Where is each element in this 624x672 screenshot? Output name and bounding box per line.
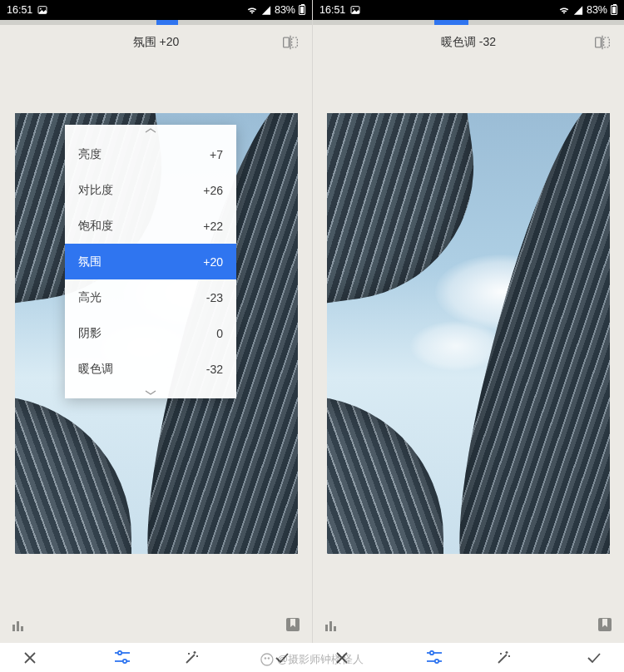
popup-item-value: +26 (203, 184, 223, 197)
adjustment-label: 暖色调 -32 (441, 35, 496, 50)
popup-row-ambiance[interactable]: 氛围 +20 (65, 244, 236, 279)
picture-icon (37, 6, 47, 14)
battery-pct: 83% (587, 4, 607, 16)
svg-point-10 (353, 8, 354, 10)
popup-item-label: 对比度 (78, 183, 113, 198)
svg-rect-6 (17, 621, 19, 631)
wifi-icon (246, 6, 258, 15)
adjustment-row: 暖色调 -32 (313, 25, 624, 60)
tool-row (0, 606, 312, 643)
canvas[interactable] (313, 60, 624, 606)
sliders-icon[interactable] (426, 650, 443, 665)
canvas[interactable]: 亮度 +7 对比度 +26 饱和度 +22 氛围 +20 高光 -23 (0, 60, 312, 606)
popup-item-label: 饱和度 (78, 219, 113, 234)
popup-row-saturation[interactable]: 饱和度 +22 (65, 208, 236, 244)
cancel-button[interactable] (329, 651, 355, 665)
status-time: 16:51 (319, 4, 345, 16)
popup-item-label: 暖色调 (78, 362, 113, 377)
histogram-icon[interactable] (324, 618, 341, 631)
svg-rect-3 (292, 37, 298, 47)
svg-rect-7 (21, 626, 23, 631)
bookmark-icon[interactable] (597, 617, 612, 632)
svg-rect-16 (334, 626, 336, 631)
svg-point-19 (117, 650, 121, 654)
svg-point-1 (40, 8, 42, 10)
status-time: 16:51 (7, 4, 32, 16)
adjustments-popup[interactable]: 亮度 +7 对比度 +26 饱和度 +22 氛围 +20 高光 -23 (65, 125, 236, 398)
chevron-down-icon[interactable] (65, 387, 236, 398)
popup-item-value: +20 (203, 255, 223, 269)
cellular-icon (261, 6, 271, 15)
adjustment-row: 氛围 +20 (0, 25, 312, 60)
popup-row-contrast[interactable]: 对比度 +26 (65, 172, 236, 208)
popup-item-label: 高光 (78, 290, 102, 305)
svg-point-23 (429, 650, 433, 654)
status-bar: 16:51 83% (313, 0, 624, 20)
photo (327, 113, 610, 554)
magic-wand-icon[interactable] (496, 650, 511, 665)
popup-item-value: -23 (206, 291, 223, 304)
popup-item-label: 氛围 (78, 254, 102, 269)
battery-pct: 83% (275, 4, 295, 16)
battery-icon (299, 5, 305, 15)
compare-icon[interactable] (282, 35, 299, 50)
apply-button[interactable] (581, 652, 607, 664)
bottom-bar: @摄影师钟楼怪人 (0, 643, 624, 672)
svg-rect-2 (284, 37, 290, 47)
popup-row-brightness[interactable]: 亮度 +7 (65, 136, 236, 172)
svg-rect-14 (325, 625, 328, 631)
status-bar: 16:51 83% (0, 0, 312, 20)
wifi-icon (558, 6, 570, 15)
popup-item-value: -32 (206, 363, 223, 376)
popup-item-label: 阴影 (78, 326, 102, 341)
histogram-icon[interactable] (12, 618, 28, 631)
popup-item-value: +7 (210, 148, 223, 161)
adjustment-label: 氛围 +20 (133, 35, 180, 50)
magic-wand-icon[interactable] (184, 650, 199, 665)
popup-row-shadows[interactable]: 阴影 0 (65, 315, 236, 351)
screen-left: 16:51 83% 氛围 +20 (0, 0, 312, 643)
svg-rect-5 (12, 625, 15, 631)
screen-right: 16:51 83% 暖色调 -32 (312, 0, 624, 643)
popup-row-highlights[interactable]: 高光 -23 (65, 279, 236, 315)
screens: 16:51 83% 氛围 +20 (0, 0, 624, 643)
svg-rect-15 (329, 621, 332, 631)
apply-button[interactable] (269, 652, 295, 664)
chevron-up-icon[interactable] (65, 125, 236, 136)
popup-item-value: 0 (216, 327, 223, 340)
cancel-button[interactable] (17, 651, 43, 665)
sliders-icon[interactable] (114, 650, 131, 665)
compare-icon[interactable] (594, 35, 611, 50)
picture-icon (350, 6, 360, 14)
bookmark-icon[interactable] (285, 617, 300, 632)
tool-row (313, 606, 624, 643)
battery-icon (611, 5, 617, 15)
cellular-icon (573, 6, 583, 15)
svg-rect-12 (604, 37, 610, 47)
popup-row-warmth[interactable]: 暖色调 -32 (65, 351, 236, 387)
popup-item-value: +22 (203, 220, 223, 233)
svg-rect-11 (596, 37, 602, 47)
svg-point-25 (434, 659, 438, 662)
popup-item-label: 亮度 (78, 147, 102, 162)
svg-point-21 (122, 659, 126, 662)
